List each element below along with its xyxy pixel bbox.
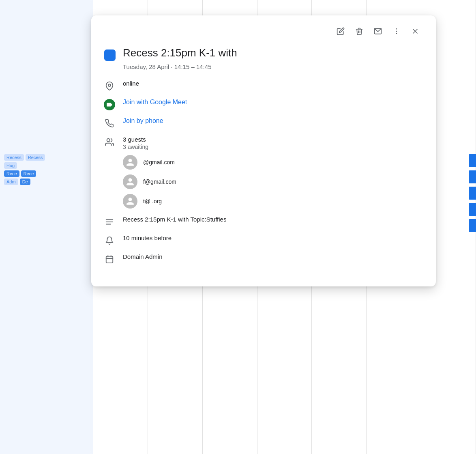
- more-button[interactable]: [389, 24, 404, 39]
- bg-chip: Recess: [26, 154, 45, 161]
- background-events: Recess Recess Hug Rece Rece Adm De: [4, 154, 45, 185]
- left-panel: Recess Recess Hug Rece Rece Adm De: [0, 0, 93, 454]
- phone-row: Join by phone: [104, 117, 423, 129]
- event-popup: Recess 2:15pm K-1 with Tuesday, 28 April…: [91, 15, 436, 286]
- right-bars: [469, 154, 476, 232]
- guest-avatar-1: [123, 155, 137, 170]
- bg-chip: Rece: [4, 170, 19, 177]
- guests-row: 3 guests 3 awaiting @gmail.com: [104, 136, 423, 209]
- event-color-dot: [104, 49, 116, 61]
- calendar-owner-row: Domain Admin: [104, 253, 423, 265]
- reminder-text: 10 minutes before: [123, 235, 423, 241]
- meet-icon: [104, 99, 115, 110]
- close-button[interactable]: [407, 24, 423, 39]
- bg-chip: Rece: [21, 170, 36, 177]
- toolbar: [104, 24, 423, 39]
- calendar-owner-text: Domain Admin: [123, 253, 423, 260]
- edit-button[interactable]: [333, 24, 348, 39]
- event-date: Tuesday, 28 April · 14:15 – 14:45: [123, 63, 423, 70]
- bg-chip: De: [20, 179, 30, 185]
- date-separator: ·: [171, 63, 174, 70]
- calendar-icon: [104, 254, 115, 265]
- guest-item-3: t@ .org: [123, 194, 423, 209]
- bg-chip: Hug: [4, 162, 17, 169]
- description-icon: [104, 217, 115, 227]
- svg-rect-11: [106, 256, 113, 263]
- meet-link[interactable]: Join with Google Meet: [123, 99, 423, 106]
- location-icon: [104, 81, 115, 91]
- close-icon: [411, 27, 419, 35]
- phone-icon: [104, 118, 115, 129]
- more-icon: [392, 27, 401, 35]
- svg-point-6: [108, 84, 111, 86]
- description-text: Recess 2:15pm K-1 with Topic:Stuffies: [123, 216, 423, 223]
- reminder-icon: [104, 235, 115, 246]
- bg-chip: Adm: [4, 179, 18, 185]
- guest-email-1: @gmail.com: [143, 159, 175, 166]
- edit-icon: [337, 27, 345, 35]
- guest-list: @gmail.com f@gmail.com: [123, 155, 423, 209]
- title-row: Recess 2:15pm K-1 with: [104, 46, 423, 61]
- guest-email-3: t@ .org: [143, 198, 162, 204]
- guests-icon: [104, 137, 115, 147]
- meet-icon-container: [104, 99, 115, 110]
- delete-icon: [355, 27, 363, 35]
- guest-avatar-2: [123, 174, 137, 189]
- location-text: online: [123, 80, 423, 87]
- bg-chip: Recess: [4, 154, 24, 161]
- description-row: Recess 2:15pm K-1 with Topic:Stuffies: [104, 216, 423, 227]
- svg-point-7: [107, 139, 110, 142]
- guest-item-2: f@gmail.com: [123, 174, 423, 189]
- guest-email-2: f@gmail.com: [143, 179, 176, 185]
- phone-link-text[interactable]: Join by phone: [123, 117, 163, 124]
- event-time: 14:15 – 14:45: [174, 63, 212, 70]
- meet-row: Join with Google Meet: [104, 99, 423, 110]
- reminder-row: 10 minutes before: [104, 235, 423, 246]
- meet-link-text[interactable]: Join with Google Meet: [123, 99, 187, 105]
- guest-item-1: @gmail.com: [123, 155, 423, 170]
- guests-awaiting: 3 awaiting: [123, 144, 423, 150]
- svg-point-3: [396, 33, 397, 34]
- delete-button[interactable]: [352, 24, 367, 39]
- guests-count: 3 guests: [123, 136, 423, 143]
- email-button[interactable]: [370, 24, 386, 39]
- email-icon: [374, 27, 382, 35]
- guest-avatar-3: [123, 194, 137, 209]
- guests-content: 3 guests 3 awaiting @gmail.com: [123, 136, 423, 209]
- phone-link[interactable]: Join by phone: [123, 117, 423, 125]
- event-title: Recess 2:15pm K-1 with: [123, 46, 237, 60]
- location-row: online: [104, 80, 423, 91]
- svg-point-1: [396, 28, 397, 30]
- event-date-text: Tuesday, 28 April: [123, 63, 169, 70]
- svg-point-2: [396, 31, 397, 32]
